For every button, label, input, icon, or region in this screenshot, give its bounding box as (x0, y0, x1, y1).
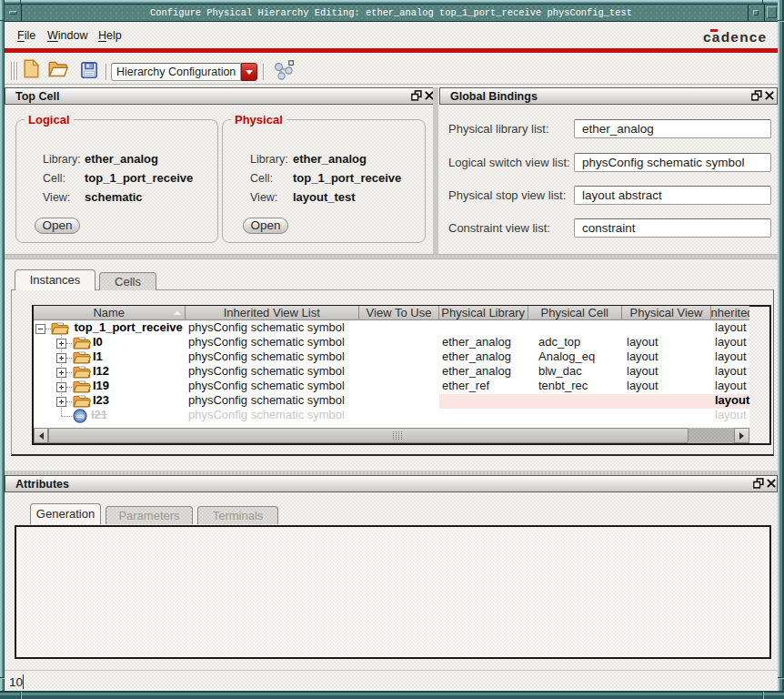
svg-text:obj: obj (76, 413, 85, 419)
